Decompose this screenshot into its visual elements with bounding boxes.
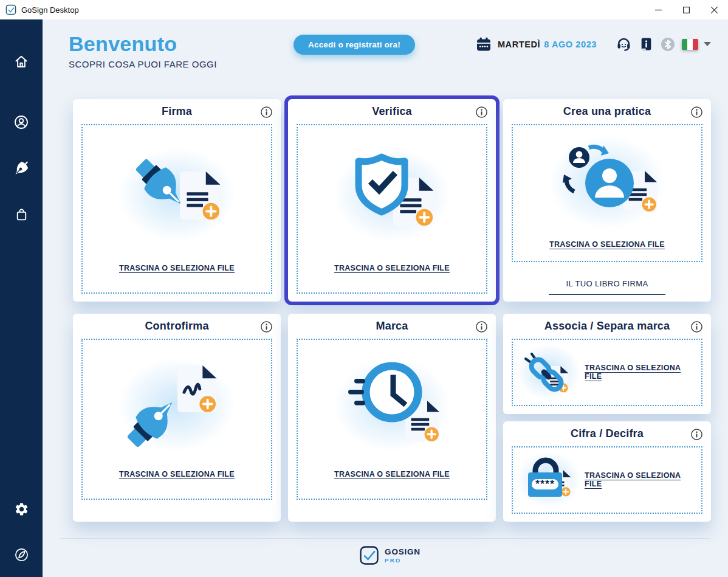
card-cifra-decifra: Cifra / Decifra **** xyxy=(503,421,711,522)
info-icon[interactable] xyxy=(260,320,273,333)
brand-name: GOSIGN xyxy=(385,547,421,556)
account-icon xyxy=(13,114,29,130)
sidebar-nav xyxy=(0,19,43,577)
info-icon[interactable] xyxy=(475,106,488,119)
main-content: Benvenuto SCOPRI COSA PUOI FARE OGGI Acc… xyxy=(43,19,728,577)
cifra-dropzone[interactable]: **** TRASCINA O SELEZIONA FILE xyxy=(512,446,702,514)
card-title-controfirma: Controfirma xyxy=(145,320,208,333)
timestamp-clock-document-icon xyxy=(331,354,453,455)
sidebar-item-shop[interactable] xyxy=(13,206,30,223)
card-crea-una-pratica: Crea una pratica xyxy=(503,99,711,302)
cards-grid: Firma TRASCINA O SELEZIONA FILE V xyxy=(73,99,711,522)
verifica-select-file-link[interactable]: TRASCINA O SELEZIONA FILE xyxy=(334,264,450,272)
verifica-dropzone[interactable]: TRASCINA O SELEZIONA FILE xyxy=(297,124,487,294)
libro-firma-button[interactable]: IL TUO LIBRO FIRMA xyxy=(549,277,665,295)
info-icon[interactable] xyxy=(260,106,273,119)
firma-dropzone[interactable]: TRASCINA O SELEZIONA FILE xyxy=(81,124,272,294)
associa-dropzone[interactable]: TRASCINA O SELEZIONA FILE xyxy=(512,339,702,406)
chain-link-document-icon xyxy=(517,343,580,401)
footer-divider xyxy=(60,538,711,539)
card-title-verifica: Verifica xyxy=(372,105,412,118)
signature-pen-icon xyxy=(13,160,30,177)
right-card-stack: Associa / Separa marca xyxy=(503,314,711,522)
firma-select-file-link[interactable]: TRASCINA O SELEZIONA FILE xyxy=(119,264,235,272)
footer-brand: GOSIGN PRO xyxy=(69,545,711,565)
card-title-associa: Associa / Separa marca xyxy=(544,320,670,333)
eco-leaf-icon xyxy=(14,547,29,562)
date-widget: MARTEDÌ 8 AGO 2023 xyxy=(476,36,711,52)
brand-tier: PRO xyxy=(385,557,421,564)
marca-dropzone[interactable]: TRASCINA O SELEZIONA FILE xyxy=(297,339,487,500)
sidebar-item-home[interactable] xyxy=(13,53,30,70)
card-verifica: Verifica TRASCINA O SELEZIONA FILE xyxy=(288,99,496,302)
info-icon[interactable] xyxy=(690,320,703,333)
manual-info-icon[interactable] xyxy=(639,36,654,52)
cifra-select-file-link[interactable]: TRASCINA O SELEZIONA FILE xyxy=(585,471,701,488)
minimize-button[interactable] xyxy=(644,0,672,19)
controfirma-dropzone[interactable]: TRASCINA O SELEZIONA FILE xyxy=(81,339,272,500)
header: Benvenuto SCOPRI COSA PUOI FARE OGGI Acc… xyxy=(69,33,711,69)
marca-select-file-link[interactable]: TRASCINA O SELEZIONA FILE xyxy=(334,470,450,479)
users-swap-document-icon xyxy=(546,136,668,230)
support-headset-icon[interactable] xyxy=(616,36,632,52)
gosign-pro-logo-icon xyxy=(359,545,379,565)
gosign-logo-icon xyxy=(5,4,16,15)
card-associa-separa-marca: Associa / Separa marca xyxy=(503,314,711,414)
page-title: Benvenuto xyxy=(69,33,251,55)
sidebar-item-sign[interactable] xyxy=(13,160,30,177)
card-marca: Marca TRASCINA O SELEZI xyxy=(288,314,496,522)
controfirma-select-file-link[interactable]: TRASCINA O SELEZIONA FILE xyxy=(119,470,235,479)
sidebar-item-settings[interactable] xyxy=(13,500,30,517)
card-title-marca: Marca xyxy=(376,320,408,333)
maximize-button[interactable] xyxy=(672,0,700,19)
calendar-icon xyxy=(476,36,492,52)
title-bar: GoSign Desktop xyxy=(0,0,728,19)
info-icon[interactable] xyxy=(475,320,488,333)
bluetooth-icon[interactable] xyxy=(661,37,675,52)
window-title: GoSign Desktop xyxy=(21,5,79,15)
sidebar-item-account[interactable] xyxy=(13,114,30,131)
crea-select-file-link[interactable]: TRASCINA O SELEZIONA FILE xyxy=(549,240,665,249)
page-subtitle: SCOPRI COSA PUOI FARE OGGI xyxy=(69,59,251,69)
lock-password-text: **** xyxy=(535,478,555,490)
card-firma: Firma TRASCINA O SELEZIONA FILE xyxy=(73,99,281,302)
info-icon[interactable] xyxy=(690,106,703,119)
card-title-firma: Firma xyxy=(162,105,192,118)
chevron-down-icon xyxy=(704,42,711,46)
card-controfirma: Controfirma xyxy=(73,314,281,522)
password-lock-document-icon: **** xyxy=(517,451,580,509)
associa-select-file-link[interactable]: TRASCINA O SELEZIONA FILE xyxy=(585,364,701,381)
home-icon xyxy=(13,54,29,69)
login-register-button[interactable]: Accedi o registrati ora! xyxy=(294,35,415,55)
weekday-label: MARTEDÌ xyxy=(498,40,540,49)
shop-bag-icon xyxy=(14,207,29,222)
shield-check-document-icon xyxy=(334,146,450,243)
countersign-pen-document-icon xyxy=(119,353,235,457)
date-label: 8 AGO 2023 xyxy=(544,40,597,49)
info-icon[interactable] xyxy=(690,428,703,441)
sign-pen-document-icon xyxy=(119,146,235,243)
card-title-crea: Crea una pratica xyxy=(563,105,651,118)
italy-flag-icon xyxy=(682,39,698,50)
language-selector[interactable] xyxy=(682,39,711,50)
sidebar-item-eco[interactable] xyxy=(13,546,30,563)
close-button[interactable] xyxy=(700,0,728,19)
settings-gear-icon xyxy=(14,502,29,517)
card-title-cifra: Cifra / Decifra xyxy=(571,427,644,440)
crea-dropzone[interactable]: TRASCINA O SELEZIONA FILE xyxy=(512,124,702,262)
